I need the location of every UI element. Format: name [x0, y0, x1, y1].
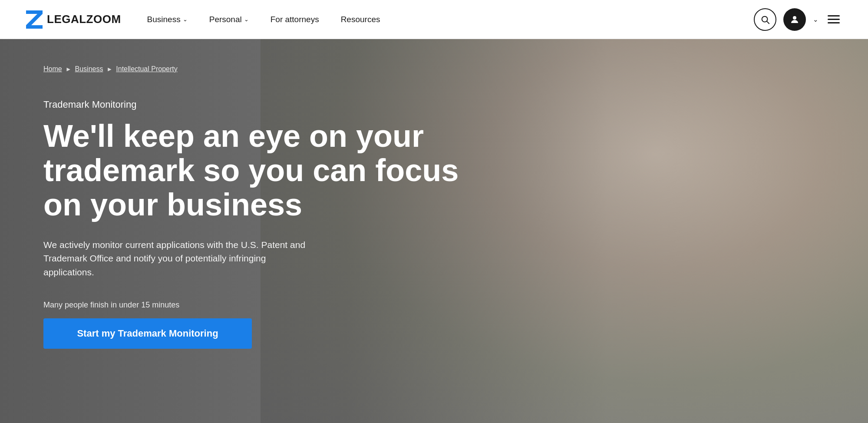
- menu-bar-top: [828, 15, 840, 17]
- user-avatar-button[interactable]: [783, 8, 806, 31]
- breadcrumb-home[interactable]: Home: [43, 65, 62, 73]
- hero-label: Trademark Monitoring: [43, 99, 477, 110]
- cta-start-monitoring-button[interactable]: Start my Trademark Monitoring: [43, 318, 252, 349]
- nav-item-business[interactable]: Business ⌄: [147, 15, 188, 24]
- menu-bar-bottom: [828, 22, 840, 23]
- svg-marker-0: [26, 10, 43, 29]
- legalzoom-z-icon: [26, 10, 43, 29]
- breadcrumb-intellectual-property[interactable]: Intellectual Property: [116, 65, 177, 73]
- svg-line-2: [767, 21, 769, 23]
- hero-title: We'll keep an eye on your trademark so y…: [43, 119, 477, 222]
- nav-actions: ⌄: [754, 8, 842, 31]
- hero-description: We actively monitor current applications…: [43, 238, 313, 279]
- breadcrumb-separator-2: ►: [106, 66, 112, 73]
- menu-bar-middle: [828, 19, 840, 20]
- hero-section: Home ► Business ► Intellectual Property …: [0, 39, 868, 423]
- hero-content: Home ► Business ► Intellectual Property …: [0, 39, 477, 423]
- chevron-down-icon: ⌄: [244, 16, 249, 23]
- nav-item-attorneys[interactable]: For attorneys: [271, 15, 319, 24]
- hamburger-menu-button[interactable]: [825, 13, 842, 26]
- user-icon: [789, 14, 800, 25]
- breadcrumb: Home ► Business ► Intellectual Property: [43, 65, 477, 73]
- search-button[interactable]: [754, 8, 776, 31]
- nav-item-personal[interactable]: Personal ⌄: [209, 15, 249, 24]
- hero-timing-text: Many people finish in under 15 minutes: [43, 301, 477, 310]
- breadcrumb-separator-1: ►: [66, 66, 72, 73]
- search-icon: [760, 15, 770, 24]
- breadcrumb-business[interactable]: Business: [75, 65, 103, 73]
- nav-links: Business ⌄ Personal ⌄ For attorneys Reso…: [147, 15, 754, 24]
- logo-text: LEGALZOOM: [47, 13, 121, 26]
- chevron-down-icon: ⌄: [183, 16, 188, 23]
- user-chevron-icon[interactable]: ⌄: [813, 16, 818, 23]
- navbar: LEGALZOOM Business ⌄ Personal ⌄ For atto…: [0, 0, 868, 39]
- logo-link[interactable]: LEGALZOOM: [26, 10, 121, 29]
- svg-point-3: [793, 16, 796, 20]
- nav-item-resources[interactable]: Resources: [341, 15, 380, 24]
